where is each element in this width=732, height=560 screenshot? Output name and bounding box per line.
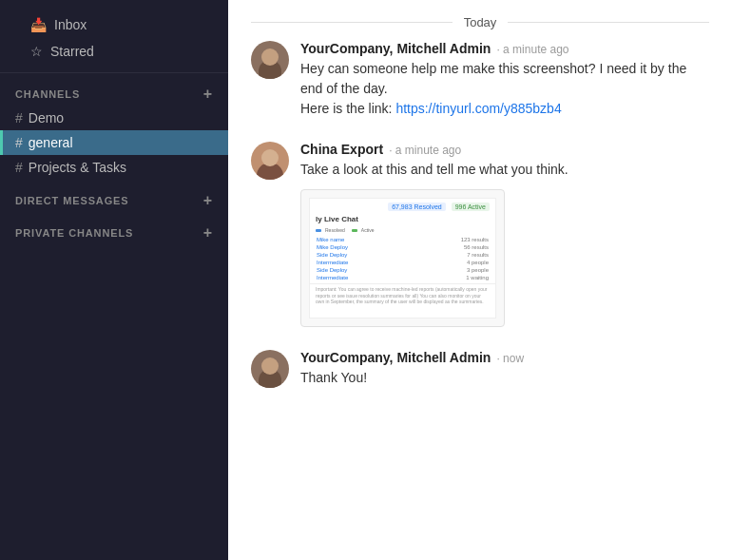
message-body: Hey can someone help me make this screen… [300, 59, 709, 119]
channel-item-demo[interactable]: # Demo [0, 106, 228, 130]
channels-label: CHANNELS [15, 88, 80, 100]
sidebar-item-inbox[interactable]: 📥 Inbox [15, 11, 213, 38]
message-header: YourCompany, Mitchell Admin · a minute a… [300, 41, 709, 56]
hash-icon: # [15, 135, 23, 150]
star-icon: ☆ [30, 44, 43, 59]
message-body: Thank You! [300, 368, 709, 388]
main-panel: Today YourCompany, Mitchell Admin · a mi… [228, 0, 732, 560]
add-private-channel-icon[interactable]: + [203, 225, 213, 241]
inbox-icon: 📥 [30, 17, 47, 32]
message-text: Thank You! [300, 370, 367, 385]
table-cell: Intermediate [314, 274, 408, 281]
sidebar: 📥 Inbox ☆ Starred CHANNELS + # Demo # ge… [0, 0, 228, 560]
table-cell: Intermediate [314, 259, 408, 266]
private-channels-label: PRIVATE CHANNELS [15, 227, 133, 239]
preview-inner: 67,983 Resolved 996 Active ly Live Chat … [309, 198, 496, 319]
chart-bar [352, 229, 357, 232]
sidebar-item-starred[interactable]: ☆ Starred [15, 38, 213, 65]
messages-container[interactable]: YourCompany, Mitchell Admin · a minute a… [228, 37, 732, 560]
message-row: YourCompany, Mitchell Admin · a minute a… [251, 37, 709, 119]
chart-bar [316, 229, 321, 232]
inbox-label: Inbox [54, 17, 87, 32]
message-header: YourCompany, Mitchell Admin · now [300, 350, 709, 365]
sidebar-top: 📥 Inbox ☆ Starred [0, 0, 228, 73]
table-cell: Mike name [314, 236, 408, 243]
preview-header: 67,983 Resolved 996 Active [310, 199, 495, 215]
hash-icon: # [15, 160, 23, 175]
channel-label: general [29, 135, 73, 150]
table-cell: 1 waiting [408, 274, 492, 281]
message-text-line1: Hey can someone help me make this screen… [300, 61, 686, 96]
date-label: Today [464, 15, 497, 29]
message-text: Take a look at this and tell me what you… [300, 162, 568, 177]
preview-badge-active: 996 Active [452, 203, 490, 211]
table-cell: Side Deploy [314, 266, 408, 274]
channel-label: Demo [29, 110, 64, 126]
hash-icon: # [15, 110, 23, 126]
message-row: China Export · a minute ago Take a look … [251, 138, 709, 327]
date-divider: Today [228, 0, 732, 37]
chart-label: Active [361, 227, 375, 233]
table-row: Mike Deploy56 results [314, 243, 491, 251]
message-text-line2: Here is the link: [300, 101, 392, 116]
message-content: YourCompany, Mitchell Admin · a minute a… [300, 41, 709, 119]
message-time: · a minute ago [389, 144, 461, 157]
message-link[interactable]: https://tinyurl.com/y885bzb4 [395, 101, 561, 116]
chart-dots: Resolved Active [310, 225, 495, 234]
preview-badge-resolved: 67,983 Resolved [388, 203, 446, 211]
channels-section-header: CHANNELS + [0, 73, 228, 106]
private-channels-section-header: PRIVATE CHANNELS + [0, 212, 228, 244]
preview-footer: Important: You can agree to receive mach… [310, 283, 495, 307]
channel-label: Projects & Tasks [29, 160, 126, 175]
add-channel-icon[interactable]: + [203, 87, 213, 102]
preview-table: Mike name123 results Mike Deploy56 resul… [314, 236, 491, 281]
direct-messages-label: DIRECT MESSAGES [15, 195, 129, 206]
avatar [251, 142, 289, 180]
message-author: China Export [300, 142, 383, 157]
avatar [251, 41, 289, 79]
table-cell: 4 people [408, 259, 492, 266]
message-time: · now [496, 352, 524, 365]
channel-item-general[interactable]: # general [0, 130, 228, 155]
starred-label: Starred [50, 44, 94, 59]
table-cell: Side Deploy [314, 251, 408, 259]
table-cell: 56 results [408, 243, 492, 251]
message-row: YourCompany, Mitchell Admin · now Thank … [251, 346, 709, 388]
chart-label: Resolved [325, 227, 345, 233]
message-content: China Export · a minute ago Take a look … [300, 142, 709, 327]
add-dm-icon[interactable]: + [203, 193, 213, 208]
message-time: · a minute ago [496, 43, 568, 56]
channel-item-projects-tasks[interactable]: # Projects & Tasks [0, 155, 228, 180]
table-cell: 3 people [408, 266, 492, 274]
avatar [251, 350, 289, 388]
table-row: Intermediate1 waiting [314, 274, 491, 281]
preview-title: ly Live Chat [310, 215, 495, 225]
table-row: Side Deploy3 people [314, 266, 491, 274]
message-content: YourCompany, Mitchell Admin · now Thank … [300, 350, 709, 388]
table-row: Side Deploy7 results [314, 251, 491, 259]
image-preview: 67,983 Resolved 996 Active ly Live Chat … [300, 189, 505, 327]
table-cell: 123 results [408, 236, 492, 243]
table-cell: Mike Deploy [314, 243, 408, 251]
message-author: YourCompany, Mitchell Admin [300, 350, 491, 365]
message-author: YourCompany, Mitchell Admin [300, 41, 491, 56]
table-row: Mike name123 results [314, 236, 491, 243]
direct-messages-section-header: DIRECT MESSAGES + [0, 180, 228, 212]
message-body: Take a look at this and tell me what you… [300, 160, 709, 180]
table-cell: 7 results [408, 251, 492, 259]
message-header: China Export · a minute ago [300, 142, 709, 157]
table-row: Intermediate4 people [314, 259, 491, 266]
